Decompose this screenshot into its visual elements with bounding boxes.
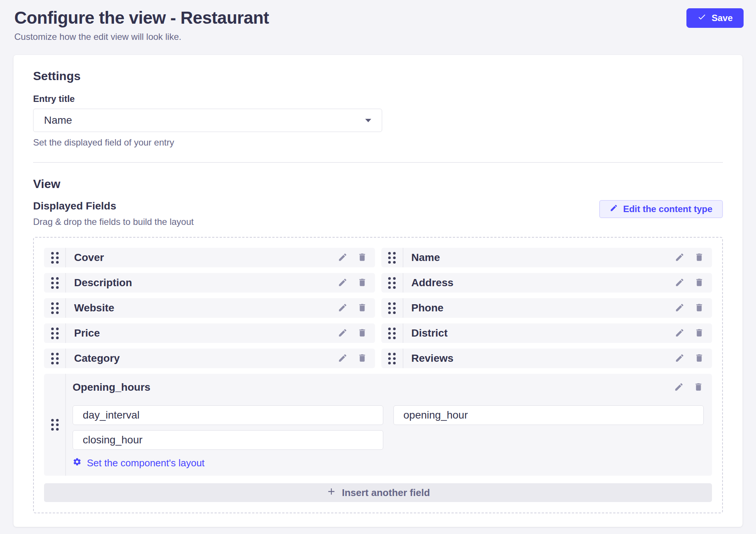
drag-dots-icon (51, 252, 59, 264)
pencil-icon (675, 353, 685, 364)
delete-field-button[interactable] (357, 278, 367, 288)
delete-field-button[interactable] (694, 252, 704, 263)
trash-icon (357, 353, 367, 364)
insert-another-field-label: Insert another field (342, 487, 430, 499)
drag-dots-icon (51, 302, 59, 314)
field-row-description[interactable]: Description (44, 273, 375, 293)
edit-field-button[interactable] (674, 252, 685, 263)
set-component-layout-label: Set the component's layout (87, 457, 205, 469)
subfield-opening-hour[interactable]: opening_hour (393, 405, 704, 425)
delete-field-button[interactable] (357, 353, 367, 364)
save-button[interactable]: Save (686, 8, 744, 28)
delete-field-button[interactable] (357, 328, 367, 338)
gear-icon (73, 457, 82, 469)
trash-icon (694, 252, 704, 263)
subfield-closing-hour[interactable]: closing_hour (73, 430, 383, 450)
drag-dots-icon (388, 252, 396, 264)
field-row-category[interactable]: Category (44, 349, 375, 368)
edit-field-button[interactable] (674, 278, 685, 288)
chevron-down-icon (365, 119, 371, 122)
drag-handle[interactable] (44, 248, 66, 267)
field-row-address[interactable]: Address (381, 273, 712, 293)
configure-view-card: Settings Entry title Name Set the displa… (14, 55, 742, 527)
field-label: Price (66, 327, 337, 339)
entry-title-select[interactable]: Name (33, 109, 382, 132)
field-row-cover[interactable]: Cover (44, 248, 375, 267)
edit-content-type-button[interactable]: Edit the content type (599, 200, 723, 218)
section-divider (33, 162, 723, 163)
edit-field-button[interactable] (337, 303, 348, 313)
drag-handle[interactable] (381, 298, 403, 318)
edit-field-button[interactable] (674, 353, 685, 364)
delete-field-button[interactable] (694, 278, 704, 288)
field-row-website[interactable]: Website (44, 298, 375, 318)
delete-field-button[interactable] (694, 303, 704, 313)
component-name-label: Opening_hours (73, 381, 150, 393)
subfield-day-interval[interactable]: day_interval (73, 405, 383, 425)
edit-field-button[interactable] (674, 328, 685, 338)
field-label: Category (66, 352, 337, 364)
drag-handle[interactable] (44, 349, 66, 368)
edit-field-button[interactable] (674, 382, 684, 393)
drag-handle[interactable] (44, 273, 66, 293)
drag-handle[interactable] (44, 374, 66, 476)
component-subfield-grid: day_interval opening_hour closing_hour (73, 405, 704, 450)
field-label: Website (66, 302, 337, 314)
component-head: Opening_hours (73, 381, 704, 393)
displayed-fields-titles: Displayed Fields Drag & drop the fields … (33, 200, 194, 227)
delete-field-button[interactable] (694, 328, 704, 338)
save-button-label: Save (712, 13, 733, 23)
pencil-icon (610, 204, 618, 214)
delete-field-button[interactable] (357, 252, 367, 263)
field-row-name[interactable]: Name (381, 248, 712, 267)
pencil-icon (338, 303, 348, 314)
check-icon (697, 12, 706, 24)
drag-handle[interactable] (381, 349, 403, 368)
trash-icon (357, 328, 367, 339)
drag-handle[interactable] (381, 273, 403, 293)
field-row-price[interactable]: Price (44, 323, 375, 343)
trash-icon (694, 303, 704, 314)
drag-dots-icon (51, 277, 59, 289)
plus-icon (326, 486, 337, 499)
field-row-phone[interactable]: Phone (381, 298, 712, 318)
edit-field-button[interactable] (337, 252, 348, 263)
field-label: Cover (66, 252, 337, 264)
pencil-icon (675, 252, 685, 263)
drag-handle[interactable] (44, 323, 66, 343)
drag-dots-icon (51, 353, 59, 364)
delete-field-button[interactable] (357, 303, 367, 313)
field-label: Phone (403, 302, 675, 314)
drag-dots-icon (51, 419, 59, 431)
field-label: Description (66, 277, 337, 289)
entry-title-label: Entry title (33, 94, 723, 104)
field-row-reviews[interactable]: Reviews (381, 349, 712, 368)
field-row-district[interactable]: District (381, 323, 712, 343)
edit-field-button[interactable] (674, 303, 685, 313)
pencil-icon (675, 303, 685, 314)
component-content: Opening_hours day_interval opening_hour … (66, 374, 712, 476)
trash-icon (694, 278, 704, 288)
insert-another-field-button[interactable]: Insert another field (44, 483, 712, 502)
entry-title-select-value: Name (44, 114, 72, 126)
page-title: Configure the view - Restaurant (14, 7, 742, 29)
drag-handle[interactable] (381, 248, 403, 267)
component-row-opening-hours[interactable]: Opening_hours day_interval opening_hour … (44, 374, 712, 476)
edit-field-button[interactable] (337, 353, 348, 364)
edit-content-type-label: Edit the content type (623, 204, 712, 214)
drag-handle[interactable] (381, 323, 403, 343)
pencil-icon (674, 382, 684, 393)
trash-icon (357, 278, 367, 288)
drag-dots-icon (388, 302, 396, 314)
edit-field-button[interactable] (337, 328, 348, 338)
drag-handle[interactable] (44, 298, 66, 318)
trash-icon (357, 252, 367, 263)
delete-field-button[interactable] (693, 382, 704, 393)
edit-field-button[interactable] (337, 278, 348, 288)
delete-field-button[interactable] (694, 353, 704, 364)
set-component-layout-link[interactable]: Set the component's layout (73, 457, 205, 469)
trash-icon (694, 353, 704, 364)
pencil-icon (338, 353, 348, 364)
pencil-icon (338, 252, 348, 263)
displayed-fields-heading: Displayed Fields (33, 200, 194, 212)
